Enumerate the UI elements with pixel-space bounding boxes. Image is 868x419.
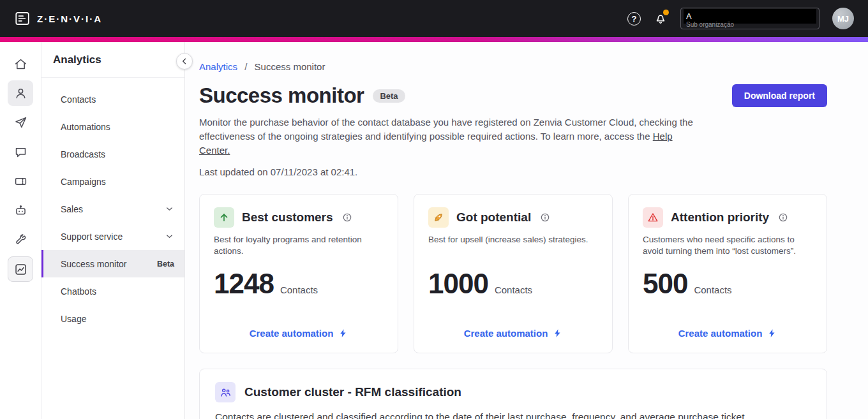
create-automation-label: Create automation: [678, 328, 763, 339]
tools-icon: [14, 233, 27, 247]
zenvia-logo-icon: [14, 10, 31, 27]
breadcrumb-current: Success monitor: [255, 61, 326, 72]
chat-icon: [14, 145, 27, 159]
cluster-section-description: Contacts are clustered and classified ac…: [215, 411, 811, 419]
sidebar-item-automations[interactable]: Automations: [41, 113, 184, 140]
description-text: Monitor the purchase behavior of the con…: [199, 117, 693, 142]
sidebar-item-label: Campaigns: [61, 177, 106, 187]
analytics-sidebar: Analytics Contacts Automations Broadcast…: [41, 42, 185, 419]
trend-up-icon: [214, 207, 234, 228]
sidebar-item-contacts[interactable]: Contacts: [41, 85, 184, 113]
brand-gradient-bar: [0, 37, 868, 42]
icon-rail: [0, 42, 41, 419]
warning-icon: [643, 207, 663, 228]
notification-dot: [663, 10, 669, 15]
rail-item-home[interactable]: [8, 51, 33, 77]
zenvia-brand[interactable]: Z·E·N·V·I·A: [14, 10, 102, 27]
sidebar-item-broadcasts[interactable]: Broadcasts: [41, 140, 184, 168]
create-automation-link[interactable]: Create automation: [214, 328, 384, 340]
card-title: Best customers: [242, 210, 333, 224]
home-icon: [14, 57, 27, 71]
lightning-icon: [553, 328, 562, 338]
info-icon[interactable]: [342, 212, 352, 223]
notifications-bell-icon[interactable]: [654, 11, 668, 26]
download-report-button[interactable]: Download report: [732, 84, 827, 107]
people-cluster-icon: [215, 382, 236, 402]
brand-text: Z·E·N·V·I·A: [37, 13, 102, 24]
info-icon[interactable]: [540, 212, 550, 223]
info-icon[interactable]: [778, 212, 788, 223]
create-automation-label: Create automation: [250, 328, 334, 339]
contacts-count: 1000: [428, 268, 488, 300]
rail-item-tickets[interactable]: [8, 168, 33, 194]
sidebar-item-success-monitor[interactable]: Success monitor Beta: [41, 250, 184, 277]
create-automation-label: Create automation: [464, 328, 548, 339]
breadcrumb-separator: /: [244, 61, 247, 72]
sidebar-item-label: Sales: [61, 204, 83, 214]
sub-organization-label: Sub organização: [686, 21, 734, 28]
lightning-icon: [767, 328, 777, 338]
customer-cluster-section: Customer cluster - RFM classification Co…: [199, 369, 827, 419]
rail-item-conversations[interactable]: [8, 139, 33, 165]
contacts-unit: Contacts: [694, 284, 731, 295]
rail-item-contacts[interactable]: [8, 80, 33, 106]
analytics-icon: [14, 263, 27, 276]
rail-item-broadcasts[interactable]: [8, 110, 33, 135]
sidebar-collapse-button[interactable]: [176, 53, 193, 70]
sidebar-item-label: Success monitor: [61, 259, 126, 269]
sidebar-item-campaigns[interactable]: Campaigns: [41, 168, 184, 195]
beta-badge: Beta: [157, 260, 174, 268]
chevron-left-icon: [180, 57, 189, 66]
contacts-count: 500: [643, 268, 687, 300]
card-title: Got potential: [456, 210, 531, 224]
create-automation-link[interactable]: Create automation: [643, 328, 812, 340]
cluster-section-title: Customer cluster - RFM classification: [244, 385, 461, 399]
ticket-icon: [14, 175, 27, 188]
contacts-unit: Contacts: [280, 284, 318, 295]
rocket-icon: [428, 207, 449, 228]
card-description: Customers who need specific actions to a…: [643, 234, 812, 258]
sidebar-item-support-service[interactable]: Support service: [41, 223, 184, 250]
card-description: Best for loyalty programs and retention …: [214, 234, 384, 258]
breadcrumb-analytics-link[interactable]: Analytics: [199, 61, 237, 72]
chevron-down-icon: [165, 204, 174, 214]
beta-badge: Beta: [373, 89, 405, 103]
help-icon[interactable]: ?: [627, 12, 641, 26]
sidebar-item-chatbots[interactable]: Chatbots: [41, 277, 184, 305]
organization-selector[interactable]: A Sub organização: [680, 8, 819, 29]
sidebar-item-sales[interactable]: Sales: [41, 195, 184, 223]
contacts-unit: Contacts: [495, 284, 532, 295]
sidebar-item-label: Support service: [61, 232, 123, 242]
sidebar-menu: Contacts Automations Broadcasts Campaign…: [41, 78, 184, 340]
sidebar-item-usage[interactable]: Usage: [41, 305, 184, 332]
sidebar-item-label: Broadcasts: [61, 149, 105, 159]
page-title: Success monitor: [199, 84, 364, 108]
card-title: Attention priority: [671, 210, 769, 224]
segment-cards: Best customers Best for loyalty programs…: [199, 194, 827, 353]
contacts-count: 1248: [214, 268, 274, 300]
rail-item-tools[interactable]: [8, 227, 33, 253]
rail-item-bots[interactable]: [8, 198, 33, 223]
sidebar-item-label: Chatbots: [61, 286, 96, 297]
page-description: Monitor the purchase behavior of the con…: [199, 115, 696, 157]
card-description: Best for upsell (increase sales) strateg…: [428, 234, 598, 258]
sidebar-item-label: Usage: [61, 314, 86, 324]
topbar: Z·E·N·V·I·A ? A Sub organização MJ: [0, 0, 868, 37]
card-got-potential: Got potential Best for upsell (increase …: [414, 194, 613, 353]
contacts-icon: [14, 87, 27, 100]
sidebar-item-label: Automations: [61, 122, 110, 132]
card-attention-priority: Attention priority Customers who need sp…: [628, 194, 827, 353]
sidebar-title: Analytics: [41, 42, 184, 78]
send-icon: [14, 116, 27, 129]
user-avatar[interactable]: MJ: [832, 8, 854, 29]
card-best-customers: Best customers Best for loyalty programs…: [199, 194, 398, 353]
breadcrumb: Analytics / Success monitor: [199, 61, 827, 72]
chevron-down-icon: [165, 232, 174, 241]
main-content: Analytics / Success monitor Success moni…: [185, 42, 868, 419]
lightning-icon: [338, 328, 348, 338]
create-automation-link[interactable]: Create automation: [428, 328, 598, 340]
rail-item-analytics[interactable]: [8, 256, 33, 282]
sidebar-item-label: Contacts: [61, 94, 96, 105]
bot-icon: [14, 204, 27, 217]
last-updated-text: Last updated on 07/11/2023 at 02:41.: [199, 166, 827, 177]
